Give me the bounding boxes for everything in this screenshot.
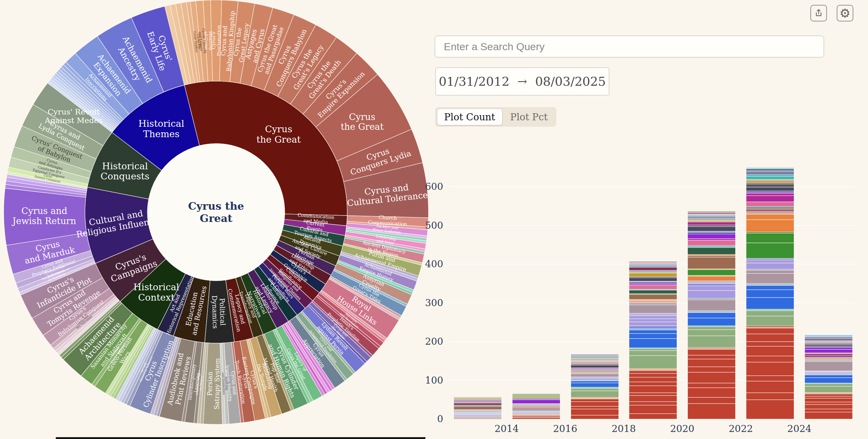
bar-segment[interactable] (746, 334, 794, 341)
bar-segment[interactable] (746, 376, 794, 381)
bar-segment[interactable] (688, 221, 735, 222)
bar-segment[interactable] (746, 212, 794, 212)
bar-segment[interactable] (746, 310, 794, 310)
bar-segment[interactable] (805, 342, 852, 342)
bar-segment[interactable] (688, 312, 735, 312)
bar-segment[interactable] (513, 405, 560, 405)
bar-segment[interactable] (629, 305, 677, 313)
bar-segment[interactable] (746, 194, 794, 195)
bar-segment[interactable] (688, 211, 735, 211)
bar-segment[interactable] (629, 271, 677, 271)
bar-segment[interactable] (805, 358, 852, 358)
bar-segment[interactable] (571, 409, 619, 415)
bar-segment[interactable] (629, 273, 677, 276)
bar-segment[interactable] (805, 375, 852, 375)
bar-segment[interactable] (688, 222, 735, 225)
bar-segment[interactable] (571, 358, 619, 358)
bar-segment[interactable] (746, 169, 794, 171)
bar-segment[interactable] (688, 218, 735, 220)
bar-segment[interactable] (746, 214, 794, 214)
bar-segment[interactable] (571, 365, 619, 367)
bar-segment[interactable] (805, 397, 852, 398)
bar-segment[interactable] (746, 342, 794, 346)
bar-segment[interactable] (746, 311, 794, 316)
bar-segment[interactable] (629, 373, 677, 377)
bar-segment[interactable] (513, 396, 560, 397)
date-start[interactable]: 01/31/2012 (439, 74, 510, 89)
bar-segment[interactable] (746, 220, 794, 232)
bar-segment[interactable] (454, 400, 501, 401)
bar-segment[interactable] (805, 342, 852, 342)
bar-segment[interactable] (629, 302, 677, 303)
bar-segment[interactable] (629, 316, 677, 319)
bar-segment[interactable] (513, 400, 560, 403)
bar-segment[interactable] (629, 414, 677, 419)
bar-segment[interactable] (805, 337, 852, 338)
bar-segment[interactable] (746, 177, 794, 179)
bar-segment[interactable] (805, 335, 852, 336)
bar-segment[interactable] (688, 213, 735, 213)
bar-segment[interactable] (571, 360, 619, 361)
bar-segment[interactable] (805, 354, 852, 355)
bar-segment[interactable] (629, 393, 677, 395)
bar-segment[interactable] (571, 374, 619, 377)
bar-segment[interactable] (571, 360, 619, 360)
bar-segment[interactable] (805, 360, 852, 360)
bar-segment[interactable] (746, 400, 794, 419)
bar-segment[interactable] (688, 373, 735, 383)
bar-segment[interactable] (513, 411, 560, 411)
bar-segment[interactable] (746, 259, 794, 260)
bar-segment[interactable] (629, 294, 677, 294)
bar-segment[interactable] (571, 364, 619, 365)
bar-segment[interactable] (629, 371, 677, 373)
bar-segment[interactable] (746, 210, 794, 211)
bar-segment[interactable] (688, 240, 735, 245)
bar-segment[interactable] (746, 316, 794, 326)
bar-segment[interactable] (746, 171, 794, 171)
bar-segment[interactable] (513, 406, 560, 406)
bar-segment[interactable] (629, 339, 677, 348)
bar-segment[interactable] (454, 407, 501, 410)
bar-segment[interactable] (629, 268, 677, 270)
bar-segment[interactable] (746, 207, 794, 207)
bar-segment[interactable] (513, 409, 560, 410)
bar-segment[interactable] (571, 371, 619, 372)
bar-segment[interactable] (629, 402, 677, 405)
bar-segment[interactable] (688, 336, 735, 347)
bar-segment[interactable] (688, 227, 735, 231)
bar-segment[interactable] (746, 243, 794, 258)
bar-segment[interactable] (629, 282, 677, 283)
bar-segment[interactable] (746, 274, 794, 283)
bar-segment[interactable] (629, 300, 677, 301)
bar-segment[interactable] (746, 180, 794, 180)
bar-segment[interactable] (805, 337, 852, 337)
bar-segment[interactable] (688, 349, 735, 355)
bar-segment[interactable] (571, 415, 619, 419)
bar-segment[interactable] (513, 416, 560, 416)
bar-segment[interactable] (746, 346, 794, 356)
bar-segment[interactable] (805, 362, 852, 371)
bar-segment[interactable] (688, 225, 735, 227)
bar-segment[interactable] (688, 234, 735, 238)
bar-segment[interactable] (746, 181, 794, 183)
bar-segment[interactable] (805, 348, 852, 349)
bar-segment[interactable] (805, 375, 852, 377)
bar-segment[interactable] (746, 196, 794, 202)
bar-segment[interactable] (513, 397, 560, 398)
share-button[interactable] (810, 5, 827, 22)
bar-segment[interactable] (746, 284, 794, 284)
bar-segment[interactable] (746, 172, 794, 174)
bar-segment[interactable] (805, 336, 852, 336)
bar-segment[interactable] (513, 406, 560, 407)
bar-segment[interactable] (571, 391, 619, 397)
bar-segment[interactable] (513, 418, 560, 419)
bar-segment[interactable] (746, 290, 794, 297)
bar-segment[interactable] (454, 416, 501, 417)
bar-segment[interactable] (688, 215, 735, 215)
bar-segment[interactable] (571, 399, 619, 401)
bar-segment[interactable] (571, 368, 619, 368)
bar-segment[interactable] (688, 246, 735, 246)
bar-segment[interactable] (688, 330, 735, 336)
bar-segment[interactable] (571, 377, 619, 378)
bar-segment[interactable] (746, 328, 794, 334)
